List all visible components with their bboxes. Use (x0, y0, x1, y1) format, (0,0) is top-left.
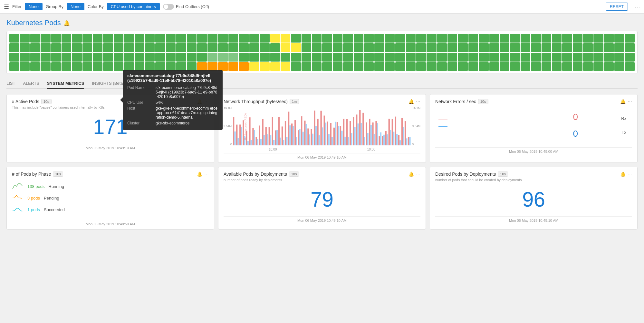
heatmap-cell[interactable] (562, 53, 572, 62)
heatmap-cell[interactable] (531, 53, 541, 62)
heatmap-cell[interactable] (573, 34, 582, 43)
heatmap-cell[interactable] (228, 43, 238, 52)
tab-insights[interactable]: INSIGHTS (Beta) (92, 79, 124, 89)
heatmap-cell[interactable] (93, 34, 102, 43)
heatmap-cell[interactable] (281, 34, 290, 43)
heatmap-cell[interactable] (521, 53, 530, 62)
heatmap-cell[interactable] (30, 53, 40, 62)
heatmap-cell[interactable] (437, 34, 447, 43)
heatmap-cell[interactable] (155, 34, 165, 43)
tab-alerts[interactable]: ALERTS (23, 79, 39, 89)
heatmap-cell[interactable] (291, 62, 301, 71)
network-errors-more-icon[interactable]: ⋯ (628, 99, 632, 104)
heatmap-cell[interactable] (416, 34, 426, 43)
group-by-button[interactable]: None (67, 3, 84, 10)
heatmap-cell[interactable] (593, 43, 603, 52)
heatmap-cell[interactable] (500, 62, 509, 71)
heatmap-cell[interactable] (500, 53, 509, 62)
heatmap-cell[interactable] (124, 34, 134, 43)
heatmap-cell[interactable] (489, 34, 499, 43)
heatmap-cell[interactable] (354, 43, 363, 52)
heatmap-cell[interactable] (9, 62, 19, 71)
heatmap-cell[interactable] (573, 62, 582, 71)
heatmap-cell[interactable] (427, 62, 436, 71)
heatmap-cell[interactable] (302, 43, 311, 52)
heatmap-cell[interactable] (458, 43, 467, 52)
heatmap-cell[interactable] (364, 53, 374, 62)
heatmap-cell[interactable] (479, 34, 488, 43)
heatmap-cell[interactable] (114, 53, 123, 62)
heatmap-cell[interactable] (41, 43, 50, 52)
heatmap-cell[interactable] (114, 34, 123, 43)
heatmap-cell[interactable] (562, 43, 572, 52)
heatmap-cell[interactable] (302, 62, 311, 71)
heatmap-cell[interactable] (489, 62, 499, 71)
heatmap-cell[interactable] (542, 34, 551, 43)
heatmap-cell[interactable] (427, 34, 436, 43)
heatmap-cell[interactable] (573, 43, 582, 52)
reset-button[interactable]: RESET (606, 3, 628, 11)
desired-pods-bell-icon[interactable]: 🔔 (620, 171, 626, 177)
heatmap-cell[interactable] (135, 43, 144, 52)
heatmap-cell[interactable] (343, 53, 353, 62)
heatmap-cell[interactable] (82, 34, 92, 43)
heatmap-cell[interactable] (197, 43, 207, 52)
color-by-button[interactable]: CPU used by containers (107, 3, 160, 10)
heatmap-cell[interactable] (322, 62, 332, 71)
heatmap-cell[interactable] (291, 34, 301, 43)
heatmap-cell[interactable] (249, 34, 259, 43)
heatmap-cell[interactable] (41, 53, 50, 62)
heatmap-cell[interactable] (82, 53, 92, 62)
heatmap-cell[interactable] (291, 53, 301, 62)
heatmap-cell[interactable] (542, 53, 551, 62)
heatmap-cell[interactable] (166, 43, 176, 52)
heatmap-cell[interactable] (197, 53, 207, 62)
heatmap-cell[interactable] (385, 53, 395, 62)
heatmap-cell[interactable] (406, 34, 416, 43)
heatmap-cell[interactable] (124, 43, 134, 52)
heatmap-cell[interactable] (281, 53, 290, 62)
heatmap-cell[interactable] (583, 34, 593, 43)
heatmap-cell[interactable] (322, 53, 332, 62)
heatmap-cell[interactable] (166, 34, 176, 43)
heatmap-cell[interactable] (385, 62, 395, 71)
heatmap-cell[interactable] (218, 43, 228, 52)
heatmap-cell[interactable] (270, 62, 280, 71)
heatmap-cell[interactable] (479, 53, 488, 62)
heatmap-cell[interactable] (625, 53, 635, 62)
heatmap-cell[interactable] (604, 53, 614, 62)
menu-icon[interactable]: ☰ (4, 3, 9, 10)
heatmap-cell[interactable] (51, 34, 61, 43)
heatmap-cell[interactable] (458, 34, 467, 43)
heatmap-cell[interactable] (374, 43, 384, 52)
heatmap-cell[interactable] (531, 34, 541, 43)
heatmap-cell[interactable] (249, 62, 259, 71)
heatmap-cell[interactable] (416, 53, 426, 62)
tab-list[interactable]: LIST (6, 79, 15, 89)
heatmap-cell[interactable] (145, 43, 155, 52)
heatmap-cell[interactable] (510, 53, 520, 62)
heatmap-cell[interactable] (103, 62, 113, 71)
heatmap-cell[interactable] (395, 34, 405, 43)
heatmap-cell[interactable] (521, 34, 530, 43)
heatmap-cell[interactable] (228, 53, 238, 62)
heatmap-cell[interactable] (62, 34, 71, 43)
heatmap-cell[interactable] (51, 53, 61, 62)
heatmap-cell[interactable] (573, 53, 582, 62)
heatmap-cell[interactable] (479, 43, 488, 52)
heatmap-cell[interactable] (62, 43, 71, 52)
heatmap-cell[interactable] (9, 34, 19, 43)
heatmap-cell[interactable] (406, 43, 416, 52)
heatmap-cell[interactable] (500, 34, 509, 43)
heatmap-cell[interactable] (552, 62, 562, 71)
more-options-icon[interactable]: ⋯ (634, 3, 640, 10)
heatmap-cell[interactable] (72, 34, 82, 43)
heatmap-cell[interactable] (343, 34, 353, 43)
heatmap-cell[interactable] (343, 62, 353, 71)
heatmap-cell[interactable] (510, 62, 520, 71)
bell-icon[interactable]: 🔔 (63, 20, 70, 26)
available-pods-bell-icon[interactable]: 🔔 (409, 171, 414, 177)
heatmap-cell[interactable] (406, 53, 416, 62)
heatmap-cell[interactable] (552, 34, 562, 43)
heatmap-cell[interactable] (479, 62, 488, 71)
